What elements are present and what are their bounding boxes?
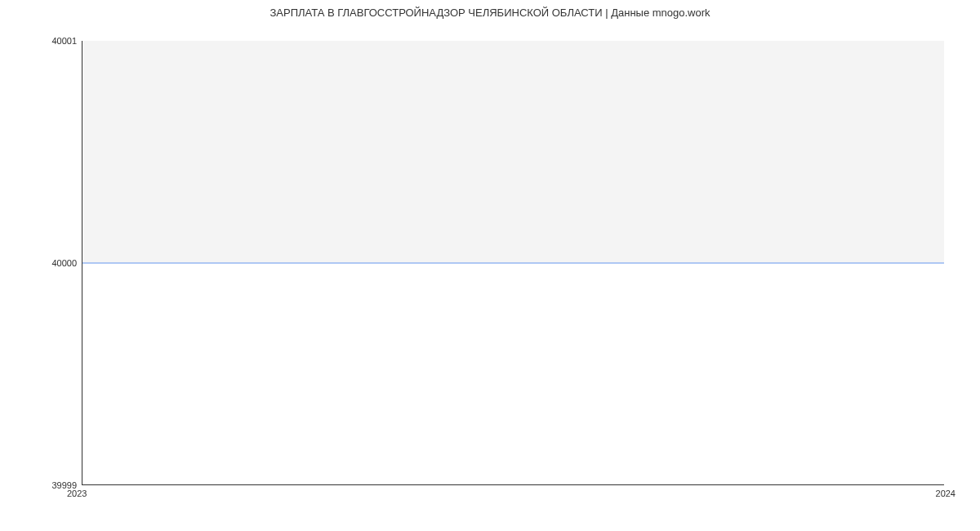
x-tick-left: 2023 [67, 489, 87, 498]
y-tick-mid: 40000 [51, 258, 77, 268]
plot-bg-upper [82, 41, 944, 263]
chart-title: ЗАРПЛАТА В ГЛАВГОССТРОЙНАДЗОР ЧЕЛЯБИНСКО… [0, 7, 980, 19]
y-tick-top: 40001 [51, 36, 77, 46]
plot-area [82, 41, 944, 485]
plot-bg-lower [82, 263, 944, 485]
x-tick-right: 2024 [936, 489, 956, 498]
data-line [82, 262, 944, 263]
